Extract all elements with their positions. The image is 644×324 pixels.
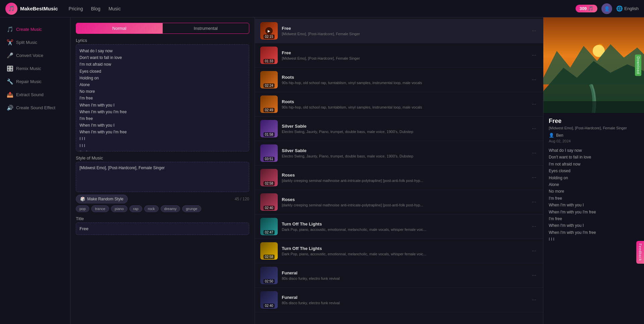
- sidebar-item-remix-music[interactable]: 🎛️ Remix Music: [0, 62, 70, 75]
- svg-rect-5: [543, 101, 644, 113]
- mode-instrumental-button[interactable]: Instrumental: [163, 23, 249, 34]
- style-tag[interactable]: trance: [91, 205, 109, 212]
- lyrics-line: I'm free: [79, 149, 246, 151]
- track-duration: 02:15: [263, 35, 274, 39]
- lyrics-line: No more: [79, 88, 246, 95]
- credits-badge[interactable]: 309 🎵: [576, 5, 598, 12]
- style-tag[interactable]: grunge: [182, 205, 201, 212]
- style-tag[interactable]: pop: [76, 205, 89, 212]
- sidebar-item-convert-voice[interactable]: 🎤 Convert Voice: [0, 49, 70, 62]
- sidebar-item-split-music[interactable]: ✂️ Split Music: [0, 36, 70, 49]
- sidebar-item-label: Repair Music: [16, 79, 42, 84]
- lyrics-preview-line: Alone: [549, 181, 639, 188]
- more-options-button[interactable]: ···: [531, 51, 538, 60]
- track-duration: 02:50: [263, 279, 274, 283]
- track-duration: 02:40: [263, 206, 274, 210]
- more-options-button[interactable]: ···: [531, 124, 538, 133]
- music-list-item[interactable]: 02:49 Roots 90s hip-hop, old school rap,…: [255, 92, 543, 117]
- feedback-button[interactable]: Feedback: [636, 241, 644, 264]
- extract-sound-icon: 📤: [7, 91, 13, 98]
- thumbnail-wrap: 02:58: [260, 242, 278, 260]
- random-style-label: Make Random Style: [87, 197, 123, 201]
- track-description: Electro Swing, Jaunty, Piano, trumpet, d…: [282, 154, 531, 158]
- lyrics-preview-line: When I'm with you I: [549, 202, 639, 208]
- sidebar-item-extract-sound[interactable]: 📤 Extract Sound: [0, 88, 70, 101]
- random-style-button[interactable]: 🎲 Make Random Style: [76, 195, 128, 203]
- user-avatar[interactable]: 👤: [601, 3, 612, 14]
- lyrics-section: Lyrics What do I say nowDon't want to fa…: [76, 38, 249, 151]
- title-input[interactable]: Free: [76, 222, 249, 235]
- style-value: [Midwest Emo], [Post-Hardcore], Female S…: [79, 166, 246, 170]
- lyrics-line: When I'm with you I'm free: [79, 129, 246, 135]
- mode-toggle: Normal Instrumental: [76, 23, 249, 34]
- language-button[interactable]: 🌐 English: [616, 5, 639, 12]
- music-info: Free [Midwest Emo], [Post-Hardcore], Fem…: [282, 50, 531, 60]
- style-label: Style of Music: [76, 155, 249, 160]
- language-label: English: [624, 6, 639, 11]
- more-options-button[interactable]: ···: [531, 149, 538, 157]
- music-list-item[interactable]: 02:40 Funeral 80s disco funky, electro f…: [255, 288, 543, 312]
- music-info: Funeral 80s disco funky, electro funk re…: [282, 295, 531, 305]
- author-icon: 👤: [549, 133, 554, 138]
- music-list-item[interactable]: 02:58 Turn Off The Lights Dark Pop, pian…: [255, 239, 543, 263]
- sidebar-item-repair-music[interactable]: 🔧 Repair Music: [0, 75, 70, 88]
- style-tags: poptrancepianoraprockdreamygrunge: [76, 205, 249, 212]
- style-tag[interactable]: piano: [111, 205, 127, 212]
- track-duration: 02:24: [263, 83, 274, 88]
- more-options-button[interactable]: ···: [531, 271, 538, 280]
- music-list-item[interactable]: 01:58 Silver Sable Electro Swing, Jaunty…: [255, 117, 543, 141]
- lyrics-line: What do I say now: [79, 48, 246, 54]
- music-list-item[interactable]: 02:40 Roses [darkly creeping seminal mat…: [255, 190, 543, 214]
- nav-pricing[interactable]: Pricing: [69, 6, 83, 11]
- sidebar: 🎵 Create Music ✂️ Split Music 🎤 Convert …: [0, 17, 70, 324]
- more-options-button[interactable]: ···: [531, 100, 538, 109]
- track-title: Funeral: [282, 295, 531, 300]
- lyrics-line: I'm free: [79, 95, 246, 102]
- nav-links: Pricing Blog Music: [69, 6, 576, 11]
- more-options-button[interactable]: ···: [531, 75, 538, 84]
- track-description: Electro Swing, Jaunty, Piano, trumpet, d…: [282, 130, 531, 134]
- style-tag[interactable]: rock: [144, 205, 159, 212]
- music-list-item[interactable]: 02:24 Roots 90s hip-hop, old school rap,…: [255, 68, 543, 92]
- music-list-item[interactable]: 01:33 Free [Midwest Emo], [Post-Hardcore…: [255, 43, 543, 68]
- song-date: Aug 02, 2024: [549, 139, 639, 143]
- music-list-item[interactable]: 02:50 Funeral 80s disco funky, electro f…: [255, 263, 543, 288]
- style-input[interactable]: [Midwest Emo], [Post-Hardcore], Female S…: [76, 162, 249, 192]
- track-description: [Midwest Emo], [Post-Hardcore], Female S…: [282, 32, 531, 36]
- track-description: 90s hip-hop, old school rap, turntablism…: [282, 81, 531, 85]
- music-list-item[interactable]: ▶ 02:15 Free [Midwest Emo], [Post-Hardco…: [255, 19, 543, 43]
- thumbnail-wrap: 01:58: [260, 120, 278, 137]
- more-options-button[interactable]: ···: [531, 247, 538, 255]
- play-overlay: ▶: [265, 27, 273, 35]
- music-list-item[interactable]: 03:51 Silver Sable Electro Swing, Jaunty…: [255, 141, 543, 166]
- logo-icon: 🎵: [5, 3, 17, 15]
- thumbnail-wrap: 02:24: [260, 71, 278, 88]
- thumbnail-wrap: 02:47: [260, 218, 278, 235]
- sidebar-item-label: Create Sound Effect: [16, 105, 55, 110]
- style-tag[interactable]: rap: [129, 205, 142, 212]
- track-description: [darkly creeping seminal mathnoise anti-…: [282, 179, 531, 183]
- lyrics-line: Holding on: [79, 75, 246, 81]
- nav-blog[interactable]: Blog: [91, 6, 100, 11]
- logo[interactable]: 🎵 MakeBestMusic: [5, 3, 58, 15]
- nav-music[interactable]: Music: [108, 6, 121, 11]
- mode-normal-button[interactable]: Normal: [76, 23, 163, 34]
- more-options-button[interactable]: ···: [531, 222, 538, 231]
- lyrics-line: Eyes closed: [79, 68, 246, 75]
- thumbnail-wrap: 02:58: [260, 169, 278, 186]
- more-options-button[interactable]: ···: [531, 198, 538, 206]
- music-list-item[interactable]: 02:47 Turn Off The Lights Dark Pop, pian…: [255, 214, 543, 239]
- lyrics-textarea[interactable]: What do I say nowDon't want to fall in l…: [76, 44, 249, 151]
- lyrics-preview-line: When I'm with you I'm free: [549, 229, 639, 236]
- download-badge[interactable]: Download: [635, 54, 641, 76]
- sidebar-item-label: Extract Sound: [16, 92, 44, 97]
- lyrics-line: When I'm with you I'm free: [79, 109, 246, 115]
- more-options-button[interactable]: ···: [531, 296, 538, 304]
- style-tag[interactable]: dreamy: [161, 205, 180, 212]
- sidebar-item-create-sound-effect[interactable]: 🔊 Create Sound Effect: [0, 101, 70, 114]
- sidebar-item-create-music[interactable]: 🎵 Create Music: [0, 23, 70, 36]
- more-options-button[interactable]: ···: [531, 26, 538, 35]
- top-navigation: 🎵 MakeBestMusic Pricing Blog Music 309 🎵…: [0, 0, 644, 17]
- more-options-button[interactable]: ···: [531, 173, 538, 182]
- music-list-item[interactable]: 02:58 Roses [darkly creeping seminal mat…: [255, 166, 543, 190]
